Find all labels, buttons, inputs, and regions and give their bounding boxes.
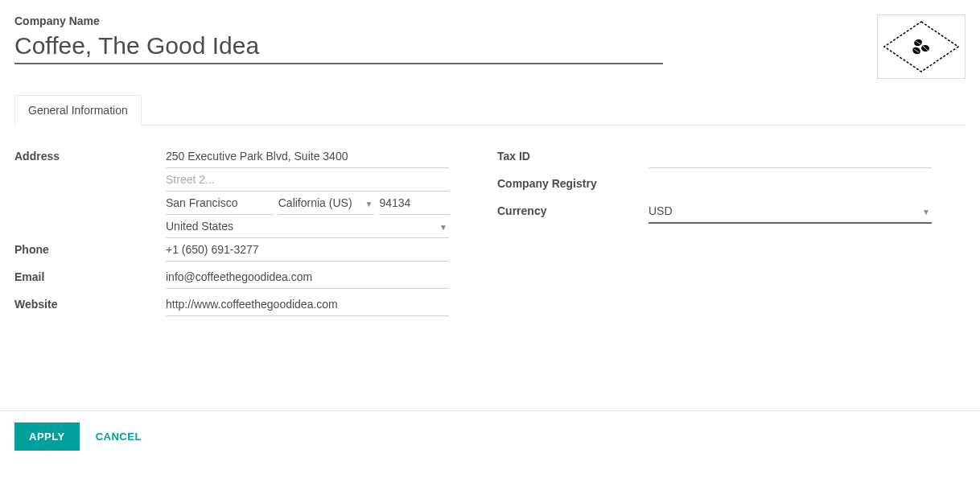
phone-label: Phone bbox=[14, 238, 166, 256]
tax-id-input[interactable] bbox=[649, 145, 932, 168]
phone-input[interactable] bbox=[166, 238, 449, 262]
tax-id-label: Tax ID bbox=[497, 145, 649, 163]
company-logo[interactable] bbox=[877, 14, 966, 79]
tab-general-information[interactable]: General Information bbox=[14, 95, 142, 126]
apply-button[interactable]: Apply bbox=[14, 422, 80, 451]
svg-marker-0 bbox=[884, 22, 958, 72]
company-name-label: Company Name bbox=[14, 14, 663, 27]
city-input[interactable] bbox=[166, 192, 274, 215]
street-input[interactable] bbox=[166, 145, 449, 168]
street2-input[interactable] bbox=[166, 168, 449, 192]
row-website: Website bbox=[14, 293, 449, 320]
row-currency: Currency ▼ bbox=[497, 200, 932, 227]
row-phone: Phone bbox=[14, 238, 449, 266]
state-select[interactable] bbox=[278, 192, 375, 215]
website-label: Website bbox=[14, 293, 166, 311]
company-name-input[interactable] bbox=[14, 29, 663, 64]
company-registry-label: Company Registry bbox=[497, 172, 649, 190]
cancel-button[interactable]: Cancel bbox=[96, 431, 142, 443]
coffee-logo-icon bbox=[881, 19, 961, 75]
zip-input[interactable] bbox=[379, 192, 450, 215]
email-label: Email bbox=[14, 266, 166, 283]
currency-label: Currency bbox=[497, 200, 649, 217]
website-input[interactable] bbox=[166, 293, 449, 316]
row-email: Email bbox=[14, 266, 449, 293]
row-tax-id: Tax ID bbox=[497, 145, 932, 172]
form-col-right: Tax ID Company Registry Currency ▼ bbox=[497, 145, 932, 320]
row-company-registry: Company Registry bbox=[497, 172, 932, 200]
header-row: Company Name bbox=[14, 14, 966, 79]
email-input[interactable] bbox=[166, 266, 449, 289]
form-col-left: Address ▼ ▼ bbox=[14, 145, 449, 320]
row-address: Address ▼ ▼ bbox=[14, 145, 449, 238]
tabs: General Information bbox=[14, 95, 966, 126]
currency-select[interactable] bbox=[649, 200, 932, 224]
company-registry-input[interactable] bbox=[649, 172, 932, 195]
footer: Apply Cancel bbox=[0, 410, 980, 462]
country-select[interactable] bbox=[166, 215, 449, 238]
address-label: Address bbox=[14, 145, 166, 163]
form-columns: Address ▼ ▼ bbox=[14, 145, 966, 320]
title-block: Company Name bbox=[14, 14, 663, 64]
